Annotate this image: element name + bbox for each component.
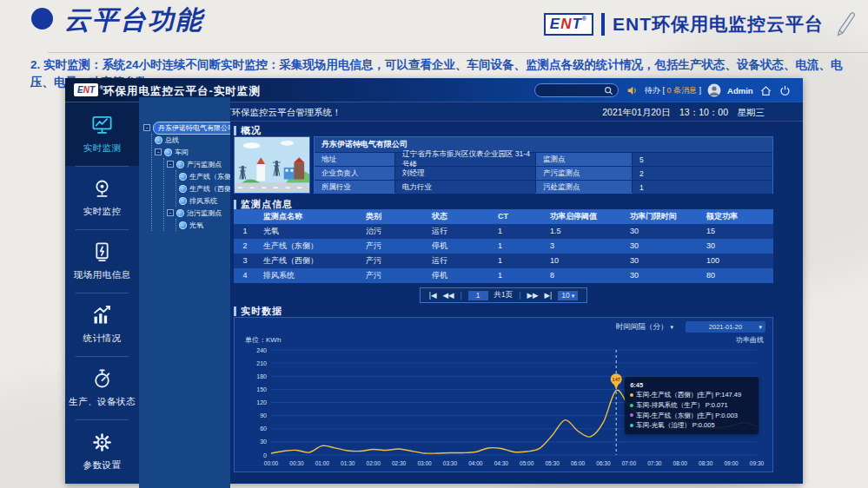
- tree-node-bus[interactable]: 总线: [155, 134, 230, 146]
- avatar[interactable]: [707, 83, 721, 97]
- tree-node-photo-oxygen[interactable]: 光氧: [179, 219, 230, 231]
- tree-collapse-icon[interactable]: -: [155, 148, 162, 155]
- tree-node-line-east[interactable]: 生产线（东侧）: [179, 170, 230, 182]
- last-page-button[interactable]: ▶|: [545, 291, 553, 300]
- sidebar-item-equipment-status[interactable]: 生产、设备状态: [65, 356, 139, 419]
- field-label: 产污监测点: [536, 167, 632, 180]
- main-content: 概况: [230, 122, 803, 484]
- x-tick-label: 01:30: [341, 460, 355, 466]
- prev-page-button[interactable]: ◀◀: [442, 291, 454, 300]
- date-select[interactable]: 2021-01-20▾: [686, 321, 765, 333]
- sidebar-item-label: 实时监测: [83, 142, 122, 155]
- sidebar-item-label: 统计情况: [83, 333, 122, 345]
- monitor-chart-icon: [90, 114, 114, 137]
- table-cell: 1: [491, 224, 543, 239]
- tree-node-line-west[interactable]: 生产线（西侧）: [179, 182, 230, 195]
- interval-select[interactable]: 时间间隔（分）▾: [616, 322, 673, 333]
- first-page-button[interactable]: |◀: [429, 291, 437, 300]
- table-cell: 产污: [359, 239, 425, 254]
- home-icon[interactable]: [759, 84, 772, 97]
- realtime-section-title: 实时数据: [234, 305, 282, 318]
- logo-letter: N: [83, 85, 89, 95]
- node-icon: [179, 221, 187, 229]
- table-cell: 治污: [359, 224, 425, 239]
- x-tick-label: 06:30: [596, 460, 611, 466]
- field-label: 污处监测点: [536, 181, 632, 194]
- field-value: 辽宁省丹东市振兴区仪表企业园区 31-4 号楼: [395, 153, 535, 166]
- unit-label: 单位：KWh: [245, 335, 281, 345]
- column-header: 额定功率: [699, 209, 773, 224]
- tree-node-treat-group[interactable]: -治污监测点: [167, 207, 230, 219]
- x-tick-label: 03:00: [417, 460, 432, 466]
- sidebar-item-live-view[interactable]: 实时监控: [65, 166, 139, 229]
- sidebar-item-parameter-settings[interactable]: 参数设置: [65, 419, 139, 483]
- x-tick-label: 09:30: [750, 460, 765, 466]
- table-cell: 3: [543, 239, 623, 254]
- field-value: 1: [633, 181, 772, 194]
- tree-node-label: 总线: [165, 135, 179, 145]
- y-tick-label: 90: [260, 412, 267, 419]
- logo-letter: E: [77, 85, 83, 95]
- current-page[interactable]: 1: [468, 291, 488, 300]
- tree-node-company[interactable]: 丹东伊诺特电气有限公司: [153, 122, 240, 135]
- horn-icon[interactable]: [626, 84, 639, 96]
- x-tick-label: 06:00: [571, 460, 586, 466]
- y-tick-label: 30: [260, 439, 267, 445]
- x-tick-label: 03:30: [443, 460, 458, 466]
- search-icon[interactable]: [604, 86, 613, 96]
- stopwatch-icon: [90, 367, 114, 391]
- datetime: 2021年01月20日 13：10：00 星期三: [602, 107, 765, 119]
- marker-pin-tail: [613, 384, 619, 390]
- power-device-icon: [90, 241, 114, 264]
- user-name[interactable]: Admin: [727, 86, 753, 96]
- node-icon: [176, 161, 184, 168]
- page-size-select[interactable]: 10▾: [558, 291, 578, 300]
- date-value: 2021-01-20: [709, 323, 742, 331]
- tree-node-exhaust[interactable]: 排风系统: [179, 195, 230, 207]
- brand-area: ENT® ENT环保用电监控云平台: [544, 10, 856, 38]
- pager-separator: |: [519, 291, 520, 300]
- field-label: 地址: [315, 153, 394, 166]
- curve-label: 功率曲线: [736, 335, 764, 345]
- table-cell: 运行: [425, 254, 491, 268]
- table-cell: 30: [623, 268, 699, 283]
- table-cell[interactable]: 光氧: [256, 224, 359, 239]
- search-box[interactable]: [534, 83, 619, 97]
- field-label: 监测点: [536, 153, 632, 166]
- power-icon[interactable]: [779, 84, 792, 97]
- x-tick-label: 08:30: [699, 460, 713, 466]
- pager-separator: |: [461, 291, 462, 300]
- todo-messages[interactable]: 待办 [ 0 条消息 ]: [645, 85, 701, 96]
- realtime-chart-panel: 时间间隔（分）▾ 2021-01-20▾ 单位：KWh 功率曲线 0306090…: [234, 317, 773, 472]
- tree-collapse-icon[interactable]: -: [143, 124, 150, 131]
- logo-letter: T: [572, 16, 581, 32]
- table-cell: 30: [623, 254, 699, 268]
- sidebar-item-realtime-monitor[interactable]: 实时监测: [65, 102, 139, 166]
- tree-collapse-icon[interactable]: -: [167, 209, 174, 216]
- next-page-button[interactable]: ▶▶: [527, 291, 538, 300]
- node-icon: [176, 209, 184, 217]
- tree-node-workshop[interactable]: -车间: [155, 146, 230, 158]
- table-cell: 1.5: [543, 224, 623, 239]
- table-cell: 产污: [359, 254, 425, 268]
- x-tick-label: 08:00: [673, 460, 688, 466]
- tree-node-produce-group[interactable]: -产污监测点: [167, 158, 230, 170]
- table-cell[interactable]: 排风系统: [256, 268, 359, 283]
- interval-label: 时间间隔（分）: [616, 322, 668, 333]
- tree-collapse-icon[interactable]: -: [167, 161, 174, 168]
- table-cell: 3: [234, 254, 256, 268]
- topbar-right: 待办 [ 0 条消息 ] Admin: [626, 78, 792, 102]
- slide-header: 云平台功能 ENT® ENT环保用电监控云平台: [0, 0, 868, 54]
- search-input[interactable]: [535, 86, 604, 95]
- pen-icon: [833, 10, 856, 38]
- sidebar-item-site-power-info[interactable]: 现场用电信息: [65, 229, 139, 293]
- gear-icon: [90, 431, 114, 454]
- table-cell[interactable]: 生产线（东侧）: [256, 239, 359, 254]
- bar-chart-icon: [90, 304, 114, 327]
- table-cell[interactable]: 生产线（西侧）: [256, 254, 359, 268]
- field-value: 5: [633, 153, 772, 166]
- marker-value: 147: [613, 377, 620, 382]
- x-tick-label: 04:00: [468, 460, 483, 466]
- todo-count: 0 条消息: [665, 86, 699, 95]
- sidebar-item-statistics[interactable]: 统计情况: [65, 293, 139, 356]
